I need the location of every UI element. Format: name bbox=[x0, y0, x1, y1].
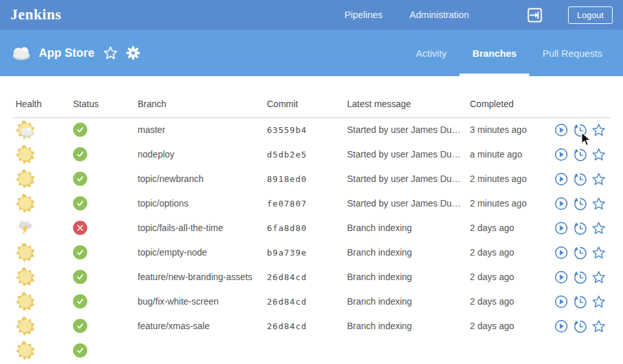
star-icon[interactable] bbox=[592, 123, 606, 137]
replay-icon[interactable] bbox=[573, 295, 587, 308]
message-cell: Started by user James Dum... bbox=[344, 117, 467, 142]
status-success-icon bbox=[73, 172, 87, 186]
health-sunny-icon bbox=[16, 243, 35, 262]
actions-cell bbox=[552, 216, 610, 240]
status-success-icon bbox=[73, 123, 87, 137]
page-title: App Store bbox=[39, 46, 94, 60]
column-header-commit: Commit bbox=[264, 76, 344, 117]
message-cell: Branch indexing bbox=[344, 216, 467, 240]
health-cell bbox=[13, 265, 70, 289]
actions-cell bbox=[552, 167, 610, 191]
completed-cell: 2 minutes ago bbox=[467, 191, 552, 216]
tab-pull-requests[interactable]: Pull Requests bbox=[529, 30, 615, 76]
health-cell bbox=[13, 167, 70, 191]
status-success-icon bbox=[73, 270, 87, 284]
replay-icon[interactable] bbox=[573, 246, 587, 259]
table-row[interactable]: topic/optionsfe07807Started by user Jame… bbox=[13, 191, 610, 216]
replay-icon[interactable] bbox=[573, 221, 587, 235]
logout-button[interactable]: Logout bbox=[568, 6, 613, 24]
actions-cell bbox=[552, 191, 610, 216]
completed-cell: 2 days ago bbox=[467, 314, 552, 338]
star-icon[interactable] bbox=[592, 221, 606, 235]
completed-cell: 2 days ago bbox=[467, 289, 552, 314]
message-cell: Started by user James Dum... bbox=[344, 167, 467, 191]
commit-cell: 26d84cd bbox=[264, 265, 344, 289]
table-row[interactable]: topic/newbranch8918ed0Started by user Ja… bbox=[13, 167, 610, 191]
column-header-completed: Completed bbox=[467, 76, 552, 117]
table-row[interactable]: topic/empty-nodeb9a739eBranch indexing2 … bbox=[13, 240, 610, 265]
exit-icon[interactable] bbox=[527, 8, 542, 23]
favorite-star-icon[interactable] bbox=[103, 46, 118, 60]
status-success-icon bbox=[73, 319, 87, 333]
health-sunny-icon bbox=[16, 169, 35, 188]
commit-cell: 63559b4 bbox=[264, 117, 344, 142]
commit-cell: b9a739e bbox=[264, 240, 344, 265]
play-icon[interactable] bbox=[554, 123, 568, 137]
nav-administration[interactable]: Administration bbox=[410, 10, 469, 20]
status-success-icon bbox=[73, 147, 87, 161]
health-sunny-icon bbox=[16, 145, 35, 164]
star-icon[interactable] bbox=[592, 197, 606, 210]
commit-cell: 6fa8d80 bbox=[264, 216, 344, 240]
replay-icon[interactable] bbox=[573, 319, 587, 333]
replay-icon[interactable] bbox=[573, 148, 587, 161]
table-row[interactable]: nodeployd5db2e5Started by user James Dum… bbox=[13, 142, 610, 167]
pipeline-tabs: ActivityBranchesPull Requests bbox=[403, 30, 615, 76]
replay-icon[interactable] bbox=[573, 197, 587, 210]
branches-view: HealthStatusBranchCommitLatest messageCo… bbox=[0, 76, 623, 363]
nav-pipelines[interactable]: Pipelines bbox=[344, 10, 383, 20]
tab-activity[interactable]: Activity bbox=[403, 30, 460, 76]
health-partially-cloudy-icon bbox=[16, 120, 35, 139]
play-icon[interactable] bbox=[554, 172, 568, 186]
table-row[interactable]: feature/xmas-sale26d84cdBranch indexing2… bbox=[13, 314, 610, 338]
table-row[interactable]: topic/fails-all-the-time6fa8d80Branch in… bbox=[13, 216, 610, 240]
completed-cell: 2 days ago bbox=[467, 216, 552, 240]
top-nav-links: Pipelines Administration Logout bbox=[344, 6, 613, 24]
actions-cell bbox=[552, 142, 610, 167]
play-icon[interactable] bbox=[554, 221, 568, 235]
status-success-icon bbox=[73, 196, 87, 210]
replay-icon[interactable] bbox=[573, 123, 587, 137]
branch-cell: topic/newbranch bbox=[135, 167, 264, 191]
play-icon[interactable] bbox=[554, 270, 568, 284]
health-cell bbox=[13, 216, 70, 240]
health-cell bbox=[13, 289, 70, 314]
branch-cell bbox=[135, 338, 264, 363]
star-icon[interactable] bbox=[592, 270, 606, 284]
status-cell bbox=[70, 265, 135, 289]
column-header-health: Health bbox=[13, 76, 70, 117]
star-icon[interactable] bbox=[592, 319, 606, 333]
table-row[interactable] bbox=[13, 338, 610, 363]
play-icon[interactable] bbox=[554, 246, 568, 259]
status-cell bbox=[70, 117, 135, 142]
column-header-branch: Branch bbox=[135, 76, 264, 117]
table-row[interactable]: bug/fix-white-screen26d84cdBranch indexi… bbox=[13, 289, 610, 314]
tab-branches[interactable]: Branches bbox=[459, 30, 529, 76]
message-cell: Started by user James Dum... bbox=[344, 142, 467, 167]
message-cell: Branch indexing bbox=[344, 240, 467, 265]
pipeline-header: App Store ActivityBranchesPull Requests bbox=[0, 30, 623, 76]
table-row[interactable]: master63559b4Started by user James Dum..… bbox=[13, 117, 610, 142]
play-icon[interactable] bbox=[554, 197, 568, 210]
branch-cell: nodeploy bbox=[135, 142, 264, 167]
branch-cell: feature/xmas-sale bbox=[135, 314, 264, 338]
star-icon[interactable] bbox=[592, 172, 606, 186]
star-icon[interactable] bbox=[592, 148, 606, 161]
replay-icon[interactable] bbox=[573, 172, 587, 186]
play-icon[interactable] bbox=[554, 319, 568, 333]
branch-cell: topic/fails-all-the-time bbox=[135, 216, 264, 240]
status-cell bbox=[70, 289, 135, 314]
star-icon[interactable] bbox=[592, 246, 606, 259]
table-row[interactable]: feature/new-branding-assets26d84cdBranch… bbox=[13, 265, 610, 289]
settings-gear-icon[interactable] bbox=[126, 46, 140, 60]
play-icon[interactable] bbox=[554, 148, 568, 161]
status-cell bbox=[70, 216, 135, 240]
jenkins-logo[interactable]: Jenkins bbox=[10, 6, 61, 23]
column-header-status: Status bbox=[70, 76, 135, 117]
replay-icon[interactable] bbox=[573, 270, 587, 284]
star-icon[interactable] bbox=[592, 295, 606, 308]
play-icon[interactable] bbox=[554, 295, 568, 308]
status-success-icon bbox=[73, 294, 87, 308]
actions-cell bbox=[552, 240, 610, 265]
status-cell bbox=[70, 338, 135, 363]
